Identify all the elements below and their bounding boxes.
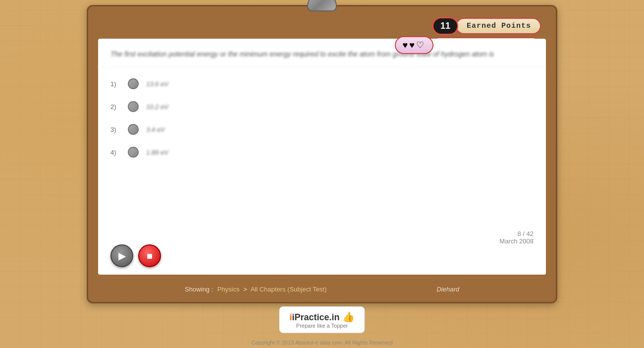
clipboard-clip <box>302 0 342 16</box>
clipboard-board: 11 Earned Points ♥♥♡ Lives for the test … <box>87 5 557 303</box>
question-date: March 2008 <box>499 237 534 245</box>
question-meta: 8 / 42 March 2008 <box>499 230 534 245</box>
logo-text: iiPractice.in 👍 <box>289 311 354 323</box>
lives-hearts: ♥♥♡ <box>395 36 433 54</box>
option-number-4: 4) <box>110 149 120 156</box>
option-number-3: 3) <box>110 126 120 133</box>
option-row-1[interactable]: 1) 13.6 eV <box>110 72 534 95</box>
question-card: The first excitation potential energy or… <box>98 39 546 275</box>
radio-option-1[interactable] <box>128 78 139 89</box>
difficulty-label: Diehard <box>436 286 459 293</box>
stop-button[interactable]: ■ <box>138 244 161 267</box>
radio-option-4[interactable] <box>128 147 139 158</box>
showing-label: Showing : <box>185 286 213 293</box>
option-text-3: 3.4 eV <box>146 126 165 133</box>
radio-option-2[interactable] <box>128 101 139 112</box>
option-row-2[interactable]: 2) 10.2 eV <box>110 95 534 118</box>
question-count: 8 / 42 <box>499 230 534 237</box>
option-number-2: 2) <box>110 103 120 111</box>
option-text-4: 1.89 eV <box>146 149 168 156</box>
radio-option-3[interactable] <box>128 124 139 135</box>
question-text: The first excitation potential energy or… <box>98 39 546 67</box>
copyright-text: Copyright © 2013 Absolut-e data com. All… <box>251 340 392 346</box>
breadcrumb-subject[interactable]: Physics <box>217 286 240 293</box>
earned-points-container: 11 Earned Points <box>432 17 541 35</box>
option-row-4[interactable]: 4) 1.89 eV <box>110 141 534 164</box>
options-area: 1) 13.6 eV 2) 10.2 eV 3) 3.4 eV 4) 1.89 … <box>98 67 546 169</box>
option-text-2: 10.2 eV <box>146 103 168 111</box>
breadcrumb: Showing : Physics > All Chapters (Subjec… <box>185 286 326 293</box>
next-button[interactable]: ▶ <box>110 244 133 267</box>
footer: Copyright © 2013 Absolut-e data com. All… <box>0 326 644 348</box>
option-row-3[interactable]: 3) 3.4 eV <box>110 118 534 141</box>
breadcrumb-separator: > <box>243 286 247 293</box>
nav-buttons: ▶ ■ <box>110 244 161 267</box>
option-number-1: 1) <box>110 80 120 88</box>
bottom-bar: Showing : Physics > All Chapters (Subjec… <box>175 276 469 302</box>
breadcrumb-chapter[interactable]: All Chapters (Subject Test) <box>251 286 327 293</box>
earned-points-label: Earned Points <box>456 18 541 34</box>
points-value: 11 <box>432 17 458 35</box>
option-text-1: 13.6 eV <box>146 80 168 88</box>
